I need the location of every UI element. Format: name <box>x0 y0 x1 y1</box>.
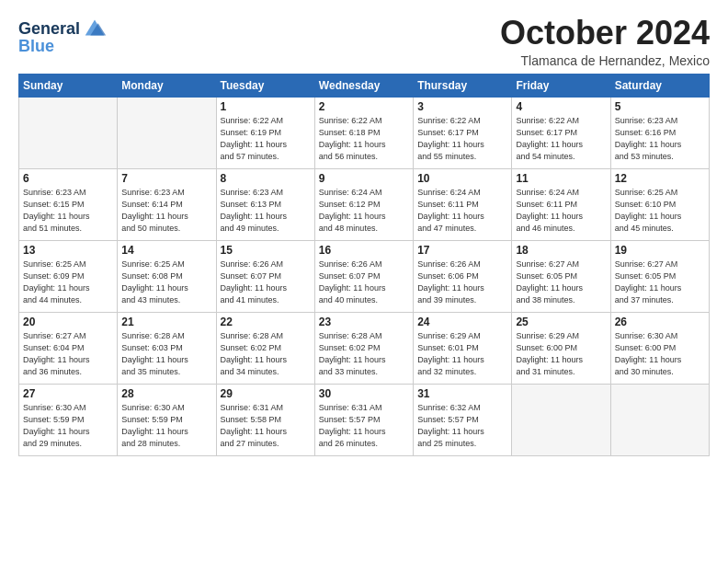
day-info: Sunrise: 6:22 AMSunset: 6:18 PMDaylight:… <box>319 115 409 163</box>
day-number: 7 <box>121 172 211 185</box>
day-number: 25 <box>516 316 606 328</box>
day-number: 24 <box>417 316 507 328</box>
day-number: 8 <box>221 172 311 185</box>
calendar-cell: 23Sunrise: 6:28 AMSunset: 6:02 PMDayligh… <box>314 312 413 384</box>
day-info: Sunrise: 6:29 AMSunset: 6:00 PMDaylight:… <box>516 330 606 378</box>
day-number: 26 <box>615 316 705 328</box>
day-info: Sunrise: 6:27 AMSunset: 6:05 PMDaylight:… <box>516 259 606 306</box>
day-number: 12 <box>615 172 705 185</box>
calendar-cell: 10Sunrise: 6:24 AMSunset: 6:11 PMDayligh… <box>414 168 512 240</box>
calendar-cell: 13Sunrise: 6:25 AMSunset: 6:09 PMDayligh… <box>19 240 118 312</box>
calendar-cell: 12Sunrise: 6:25 AMSunset: 6:10 PMDayligh… <box>610 168 709 240</box>
day-info: Sunrise: 6:32 AMSunset: 5:57 PMDaylight:… <box>417 402 507 450</box>
day-number: 6 <box>23 172 113 185</box>
calendar-cell: 7Sunrise: 6:23 AMSunset: 6:14 PMDaylight… <box>118 168 216 240</box>
calendar-cell: 21Sunrise: 6:28 AMSunset: 6:03 PMDayligh… <box>118 312 216 384</box>
calendar-cell: 15Sunrise: 6:26 AMSunset: 6:07 PMDayligh… <box>216 240 314 312</box>
calendar-cell: 17Sunrise: 6:26 AMSunset: 6:06 PMDayligh… <box>414 240 512 312</box>
day-info: Sunrise: 6:27 AMSunset: 6:05 PMDaylight:… <box>615 259 705 306</box>
day-number: 17 <box>417 244 507 257</box>
day-number: 10 <box>417 172 507 185</box>
calendar-cell: 27Sunrise: 6:30 AMSunset: 5:59 PMDayligh… <box>19 384 118 455</box>
calendar-cell: 5Sunrise: 6:23 AMSunset: 6:16 PMDaylight… <box>610 97 709 168</box>
day-number: 1 <box>221 100 311 113</box>
weekday-header: Tuesday <box>216 74 314 97</box>
day-info: Sunrise: 6:22 AMSunset: 6:17 PMDaylight:… <box>516 115 606 163</box>
day-number: 18 <box>516 244 606 257</box>
calendar-cell <box>610 384 709 455</box>
calendar-cell: 11Sunrise: 6:24 AMSunset: 6:11 PMDayligh… <box>512 168 610 240</box>
calendar-cell: 30Sunrise: 6:31 AMSunset: 5:57 PMDayligh… <box>314 384 413 455</box>
logo: General Blue <box>18 18 108 56</box>
day-info: Sunrise: 6:23 AMSunset: 6:15 PMDaylight:… <box>23 187 113 235</box>
day-info: Sunrise: 6:23 AMSunset: 6:16 PMDaylight:… <box>615 115 705 163</box>
day-info: Sunrise: 6:23 AMSunset: 6:14 PMDaylight:… <box>121 187 211 235</box>
weekday-header: Wednesday <box>314 74 413 97</box>
calendar-cell: 9Sunrise: 6:24 AMSunset: 6:12 PMDaylight… <box>314 168 413 240</box>
day-number: 11 <box>516 172 606 185</box>
day-number: 28 <box>121 387 211 400</box>
day-info: Sunrise: 6:26 AMSunset: 6:07 PMDaylight:… <box>319 259 409 306</box>
calendar-cell: 1Sunrise: 6:22 AMSunset: 6:19 PMDaylight… <box>216 97 314 168</box>
calendar-cell <box>118 97 216 168</box>
weekday-header: Friday <box>512 74 610 97</box>
day-info: Sunrise: 6:30 AMSunset: 5:59 PMDaylight:… <box>121 402 211 450</box>
day-number: 2 <box>319 100 409 113</box>
calendar: SundayMondayTuesdayWednesdayThursdayFrid… <box>18 74 710 456</box>
calendar-cell: 4Sunrise: 6:22 AMSunset: 6:17 PMDaylight… <box>512 97 610 168</box>
calendar-cell: 29Sunrise: 6:31 AMSunset: 5:58 PMDayligh… <box>216 384 314 455</box>
day-number: 16 <box>319 244 409 257</box>
day-info: Sunrise: 6:24 AMSunset: 6:12 PMDaylight:… <box>319 187 409 235</box>
day-number: 15 <box>221 244 311 257</box>
calendar-cell: 19Sunrise: 6:27 AMSunset: 6:05 PMDayligh… <box>610 240 709 312</box>
day-info: Sunrise: 6:26 AMSunset: 6:06 PMDaylight:… <box>417 259 507 306</box>
day-info: Sunrise: 6:31 AMSunset: 5:58 PMDaylight:… <box>221 402 311 450</box>
calendar-cell: 25Sunrise: 6:29 AMSunset: 6:00 PMDayligh… <box>512 312 610 384</box>
day-number: 22 <box>221 316 311 328</box>
location: Tlamanca de Hernandez, Mexico <box>500 53 710 68</box>
day-number: 5 <box>615 100 705 113</box>
calendar-cell: 22Sunrise: 6:28 AMSunset: 6:02 PMDayligh… <box>216 312 314 384</box>
day-number: 23 <box>319 316 409 328</box>
day-info: Sunrise: 6:29 AMSunset: 6:01 PMDaylight:… <box>417 330 507 378</box>
calendar-cell: 14Sunrise: 6:25 AMSunset: 6:08 PMDayligh… <box>118 240 216 312</box>
weekday-header: Saturday <box>610 74 709 97</box>
day-info: Sunrise: 6:24 AMSunset: 6:11 PMDaylight:… <box>417 187 507 235</box>
day-number: 14 <box>121 244 211 257</box>
day-number: 20 <box>23 316 113 328</box>
day-info: Sunrise: 6:30 AMSunset: 5:59 PMDaylight:… <box>23 402 113 450</box>
day-info: Sunrise: 6:25 AMSunset: 6:08 PMDaylight:… <box>121 259 211 306</box>
month-title: October 2024 <box>500 15 710 52</box>
calendar-cell: 2Sunrise: 6:22 AMSunset: 6:18 PMDaylight… <box>314 97 413 168</box>
day-number: 9 <box>319 172 409 185</box>
day-info: Sunrise: 6:27 AMSunset: 6:04 PMDaylight:… <box>23 330 113 378</box>
day-number: 3 <box>417 100 507 113</box>
calendar-cell: 24Sunrise: 6:29 AMSunset: 6:01 PMDayligh… <box>414 312 512 384</box>
weekday-header: Monday <box>118 74 216 97</box>
day-info: Sunrise: 6:23 AMSunset: 6:13 PMDaylight:… <box>221 187 311 235</box>
weekday-header: Thursday <box>414 74 512 97</box>
day-number: 21 <box>121 316 211 328</box>
calendar-cell: 8Sunrise: 6:23 AMSunset: 6:13 PMDaylight… <box>216 168 314 240</box>
day-info: Sunrise: 6:28 AMSunset: 6:03 PMDaylight:… <box>121 330 211 378</box>
day-info: Sunrise: 6:22 AMSunset: 6:19 PMDaylight:… <box>221 115 311 163</box>
day-number: 30 <box>319 387 409 400</box>
weekday-header: Sunday <box>19 74 118 97</box>
day-info: Sunrise: 6:22 AMSunset: 6:17 PMDaylight:… <box>417 115 507 163</box>
calendar-cell: 3Sunrise: 6:22 AMSunset: 6:17 PMDaylight… <box>414 97 512 168</box>
calendar-cell <box>512 384 610 455</box>
day-number: 31 <box>417 387 507 400</box>
calendar-cell: 20Sunrise: 6:27 AMSunset: 6:04 PMDayligh… <box>19 312 118 384</box>
calendar-cell: 31Sunrise: 6:32 AMSunset: 5:57 PMDayligh… <box>414 384 512 455</box>
day-number: 27 <box>23 387 113 400</box>
calendar-cell: 16Sunrise: 6:26 AMSunset: 6:07 PMDayligh… <box>314 240 413 312</box>
day-info: Sunrise: 6:28 AMSunset: 6:02 PMDaylight:… <box>221 330 311 378</box>
day-info: Sunrise: 6:30 AMSunset: 6:00 PMDaylight:… <box>615 330 705 378</box>
day-info: Sunrise: 6:28 AMSunset: 6:02 PMDaylight:… <box>319 330 409 378</box>
day-number: 4 <box>516 100 606 113</box>
day-number: 29 <box>221 387 311 400</box>
calendar-cell: 6Sunrise: 6:23 AMSunset: 6:15 PMDaylight… <box>19 168 118 240</box>
day-info: Sunrise: 6:25 AMSunset: 6:09 PMDaylight:… <box>23 259 113 306</box>
day-info: Sunrise: 6:31 AMSunset: 5:57 PMDaylight:… <box>319 402 409 450</box>
calendar-cell: 26Sunrise: 6:30 AMSunset: 6:00 PMDayligh… <box>610 312 709 384</box>
